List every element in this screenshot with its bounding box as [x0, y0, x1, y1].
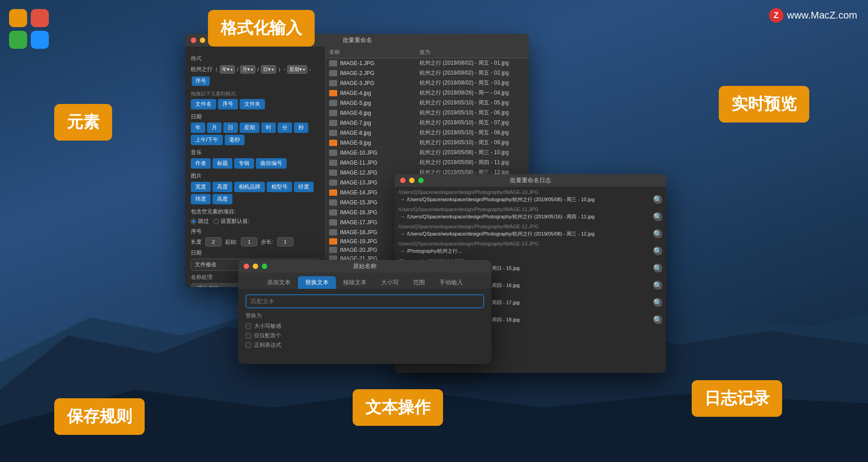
seq-start-label: 起始: [225, 238, 237, 246]
replace-tab-手动输入[interactable]: 手动输入 [432, 276, 470, 289]
file-name-cell: IMAGE-8.jpg [329, 130, 420, 136]
log-search-button[interactable]: 🔍 [653, 246, 662, 255]
log-search-button[interactable]: 🔍 [653, 298, 662, 307]
table-row[interactable]: IMAGE-4.jpg 杭州之行 (2019/08/26) - 周一 - 04.… [326, 88, 529, 98]
file-rename-cell: 杭州之行 (2019/05/08) - 周四 - 11.jpg [420, 159, 525, 166]
day-dropdown[interactable]: 日▾ [261, 65, 276, 74]
file-name-cell: IMAGE-6.jpg [329, 110, 420, 116]
replace-tab-添加文本[interactable]: 添加文本 [260, 276, 298, 289]
app-logo [9, 9, 50, 50]
elem-camera-model[interactable]: 相型号 [267, 182, 292, 192]
file-rename-cell: 杭州之行 (2019/05/10) - 周五 - 07.jpg [420, 119, 525, 127]
replace-tab-移除文本[interactable]: 移除文本 [336, 276, 374, 289]
file-name-cell: IMAGE-9.jpg [329, 140, 420, 146]
table-row[interactable]: IMAGE-1.JPG 杭州之行 (2019/08/02) - 周五 - 01.… [326, 58, 529, 68]
checkbox[interactable] [245, 323, 251, 329]
month-dropdown[interactable]: 月▾ [240, 65, 255, 74]
elem-ms[interactable]: 毫秒 [225, 135, 245, 145]
log-close-button[interactable] [400, 178, 406, 183]
radio-default[interactable]: 设置默认值: [213, 217, 249, 225]
music-section-title: 音乐 [191, 149, 320, 156]
log-max-button[interactable] [418, 178, 424, 183]
elem-height[interactable]: 高度 [212, 182, 232, 192]
elem-longitude[interactable]: 经度 [294, 182, 314, 192]
file-name-cell: IMAGE-11.JPG [329, 160, 420, 166]
seq-step-input[interactable] [277, 237, 293, 246]
elem-latitude[interactable]: 纬度 [191, 194, 211, 204]
log-search-button[interactable]: 🔍 [653, 212, 662, 221]
file-list-header: 名称 改为 [326, 47, 529, 58]
check-label: 正则表达式 [254, 341, 281, 349]
elem-day[interactable]: 日 [223, 123, 238, 133]
check-label: 大小写敏感 [254, 322, 281, 330]
file-name-cell: IMAGE-3.JPG [329, 80, 420, 86]
elem-hour[interactable]: 时 [261, 123, 276, 133]
log-entry: /Users/QSpace/workspace/design/Photograp… [398, 224, 662, 238]
elem-filename[interactable]: 文件名 [191, 99, 216, 109]
seq-length-label: 长度 [191, 238, 202, 246]
replace-tab-大小写[interactable]: 大小写 [374, 276, 406, 289]
log-search-button[interactable]: 🔍 [653, 264, 662, 273]
seq-length-input[interactable] [205, 237, 222, 246]
replace-tab-替换文本[interactable]: 替换文本 [298, 276, 336, 289]
log-arrow-icon: → [400, 214, 405, 219]
log-source: /Users/QSpace/workspace/design/Photograp… [398, 241, 662, 246]
log-action-row: → /Users/QSpace/workspace/design/Photogr… [398, 195, 662, 204]
replace-tabs: 添加文本替换文本移除文本大小写范围手动输入 [238, 273, 491, 289]
year-dropdown[interactable]: 年▾ [220, 65, 235, 74]
replace-close-button[interactable] [244, 264, 249, 269]
table-row[interactable]: IMAGE-9.jpg 杭州之行 (2019/05/10) - 周五 - 09.… [326, 138, 529, 148]
table-row[interactable]: IMAGE-6.jpg 杭州之行 (2019/05/10) - 周五 - 06.… [326, 108, 529, 118]
checkbox[interactable] [245, 342, 251, 348]
radio-skip[interactable]: 跳过 [191, 217, 209, 225]
seq-step-label: 步长: [261, 238, 273, 246]
elem-width[interactable]: 宽度 [191, 182, 211, 192]
replace-max-button[interactable] [262, 264, 267, 269]
empty-elem-label: 包含空元素的项目: [191, 208, 320, 216]
elem-altitude[interactable]: 高度 [212, 194, 232, 204]
log-search-button[interactable]: 🔍 [653, 195, 662, 204]
date-section-title: 日期 [191, 113, 320, 121]
elem-weekday[interactable]: 星期 [240, 123, 259, 133]
elem-title[interactable]: 标题 [212, 158, 232, 169]
match-input[interactable] [245, 294, 484, 308]
elem-minute[interactable]: 分 [278, 123, 292, 133]
elem-folder[interactable]: 文件夹 [240, 99, 265, 109]
elem-month[interactable]: 月 [207, 123, 222, 133]
log-min-button[interactable] [409, 178, 415, 183]
radio-default-label: 设置默认值: [221, 217, 249, 225]
table-row[interactable]: IMAGE-7.jpg 杭州之行 (2019/05/10) - 周五 - 07.… [326, 118, 529, 128]
elem-camera-brand[interactable]: 相机品牌 [234, 182, 265, 192]
table-row[interactable]: IMAGE-8.jpg 杭州之行 (2019/05/10) - 周五 - 08.… [326, 128, 529, 138]
table-row[interactable]: IMAGE-2.JPG 杭州之行 (2019/08/02) - 周五 - 02.… [326, 68, 529, 78]
table-row[interactable]: IMAGE-10.JPG 杭州之行 (2019/05/08) - 周三 - 10… [326, 148, 529, 158]
replace-tab-范围[interactable]: 范围 [406, 276, 432, 289]
badge-save: 保存规则 [54, 398, 145, 435]
close-button[interactable] [191, 38, 196, 43]
badge-format: 格式化输入 [208, 10, 315, 47]
elem-year[interactable]: 年 [191, 123, 205, 133]
elem-ampm[interactable]: 上午/下午 [191, 135, 223, 145]
checkbox[interactable] [245, 333, 251, 339]
elem-seq[interactable]: 序号 [218, 99, 238, 109]
table-row[interactable]: IMAGE-5.jpg 杭州之行 (2019/05/10) - 周五 - 05.… [326, 98, 529, 108]
date-type-label: 日期 [191, 249, 320, 257]
file-name-cell: IMAGE-4.jpg [329, 90, 420, 96]
minimize-button[interactable] [200, 38, 205, 43]
format-section-label: 格式 [191, 55, 320, 62]
log-search-button[interactable]: 🔍 [653, 281, 662, 290]
elem-author[interactable]: 作者 [191, 158, 211, 169]
table-row[interactable]: IMAGE-3.JPG 杭州之行 (2019/08/02) - 周五 - 03.… [326, 78, 529, 88]
seq-start-input[interactable] [241, 237, 257, 246]
elem-album[interactable]: 专辑 [234, 158, 254, 169]
elem-second[interactable]: 秒 [294, 123, 308, 133]
table-row[interactable]: IMAGE-11.JPG 杭州之行 (2019/05/08) - 周四 - 11… [326, 158, 529, 168]
log-search-button[interactable]: 🔍 [653, 315, 662, 324]
brand-url: www.MacZ.com [787, 9, 857, 21]
replace-min-button[interactable] [253, 264, 258, 269]
log-search-button[interactable]: 🔍 [653, 229, 662, 238]
log-action-row: → /Users/QSpace/workspace/design/Photogr… [398, 212, 662, 221]
elem-track[interactable]: 曲目编号 [256, 158, 287, 169]
file-rename-cell: 杭州之行 (2019/08/02) - 周五 - 01.jpg [420, 59, 525, 67]
weekday-dropdown[interactable]: 星期▾ [287, 65, 307, 74]
